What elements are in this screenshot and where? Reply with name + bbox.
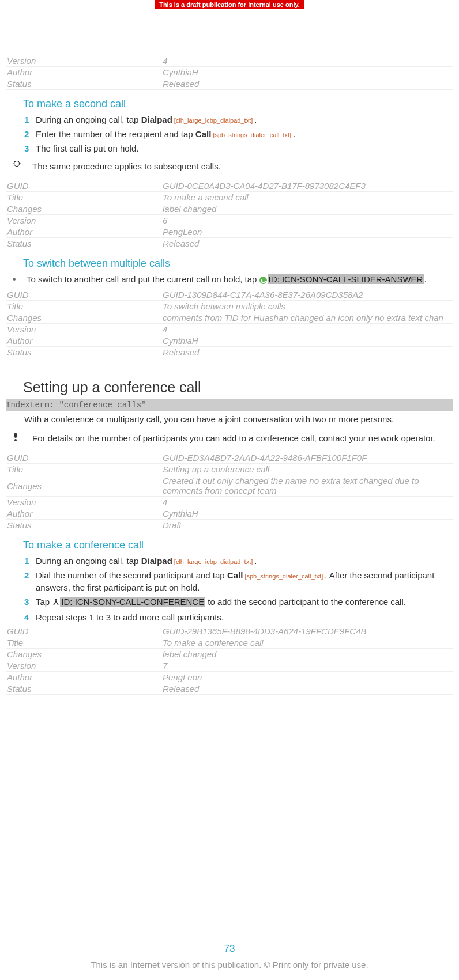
meta-value: label changed — [161, 648, 453, 660]
text: to add the second participant to the con… — [205, 597, 406, 607]
body-text: With a conference or multiparty call, yo… — [24, 413, 453, 425]
step-number: 2 — [24, 128, 36, 140]
table-row: AuthorCynthiaH — [6, 335, 453, 347]
indexterm: Indexterm: "conference calls" — [6, 399, 453, 411]
steps-second-call: 1 During an ongoing call, tap Dialpad [c… — [24, 113, 453, 154]
meta-value: comments from TID for Huashan changed an… — [161, 312, 453, 324]
step-text: The first call is put on hold. — [36, 142, 453, 154]
meta-value: 4 — [161, 55, 453, 67]
meta-value: Setting up a conference call — [161, 464, 453, 475]
meta-table-4: GUIDGUID-ED3A4BD7-2AAD-4A22-9486-AFBF100… — [6, 452, 453, 531]
list-item: 1 During an ongoing call, tap Dialpad [c… — [24, 113, 453, 126]
text: . — [424, 274, 426, 284]
meta-label: Changes — [6, 648, 161, 660]
step-text: Dial the number of the second participan… — [36, 569, 453, 593]
list-item: 2 Dial the number of the second particip… — [24, 569, 453, 593]
bold-text: Call — [195, 129, 212, 139]
exclamation-icon — [13, 432, 30, 444]
list-item: 1 During an ongoing call, tap Dialpad [c… — [24, 555, 453, 567]
draft-banner: This is a draft publication for internal… — [155, 0, 304, 9]
bullet-text: To switch to another call and put the cu… — [27, 273, 453, 286]
resource-id: [clh_large_icbp_dialpad_txt] — [172, 117, 254, 124]
table-row: StatusReleased — [6, 683, 453, 694]
table-row: AuthorCynthiaH — [6, 67, 453, 78]
step-text: During an ongoing call, tap Dialpad [clh… — [36, 555, 453, 567]
step-text: During an ongoing call, tap Dialpad [clh… — [36, 113, 453, 126]
note-row: For details on the number of participant… — [13, 432, 453, 444]
tip-text: The same procedure applies to subsequent… — [30, 160, 453, 172]
section-title-second-call: To make a second call — [23, 98, 453, 110]
meta-label: Author — [6, 671, 161, 683]
table-row: Version4 — [6, 497, 453, 508]
table-row: StatusReleased — [6, 238, 453, 249]
table-row: Version4 — [6, 324, 453, 335]
table-row: AuthorPengLeon — [6, 671, 453, 683]
table-row: TitleTo make a conference call — [6, 637, 453, 648]
meta-label: Status — [6, 520, 161, 531]
resource-id: [spb_strings_dialer_call_txt] — [211, 131, 293, 138]
meta-label: Version — [6, 324, 161, 335]
table-row: GUIDGUID-0CE0A4D3-CA04-4D27-B17F-8973082… — [6, 180, 453, 192]
step-number: 3 — [24, 596, 36, 609]
meta-label: Author — [6, 508, 161, 520]
meta-label: Title — [6, 464, 161, 475]
svg-line-2 — [14, 161, 15, 162]
tip-row: The same procedure applies to subsequent… — [13, 160, 453, 172]
table-row: Changescomments from TID for Huashan cha… — [6, 312, 453, 324]
svg-line-3 — [18, 161, 20, 162]
meta-value: To make a second call — [161, 192, 453, 203]
meta-label: Status — [6, 683, 161, 694]
svg-point-7 — [14, 439, 17, 441]
table-row: GUIDGUID-29B1365F-B898-4DD3-A624-19FFCDE… — [6, 626, 453, 637]
table-row: Version7 — [6, 660, 453, 671]
meta-value: CynthiaH — [161, 335, 453, 347]
step-text: Repeat steps 1 to 3 to add more call par… — [36, 611, 453, 623]
svg-rect-6 — [14, 433, 17, 438]
table-row: GUIDGUID-1309D844-C17A-4A36-8E37-26A09CD… — [6, 289, 453, 301]
meta-label: Version — [6, 497, 161, 508]
bold-text: Dialpad — [141, 115, 172, 124]
table-row: Changeslabel changed — [6, 203, 453, 215]
note-text: For details on the number of participant… — [30, 432, 453, 444]
meta-value: GUID-0CE0A4D3-CA04-4D27-B17F-8973082C4EF… — [161, 180, 453, 192]
meta-label: Version — [6, 660, 161, 671]
list-item: 3 Tap ID: ICN-SONY-CALL-CONFERENCE to ad… — [24, 596, 453, 609]
meta-label: GUID — [6, 452, 161, 464]
text: During an ongoing call, tap — [36, 556, 141, 566]
text: . — [254, 556, 257, 566]
table-row: Changeslabel changed — [6, 648, 453, 660]
meta-value: Draft — [161, 520, 453, 531]
meta-value: GUID-1309D844-C17A-4A36-8E37-26A09CD358A… — [161, 289, 453, 301]
table-row: AuthorCynthiaH — [6, 508, 453, 520]
meta-label: Version — [6, 55, 161, 67]
merge-icon — [52, 597, 60, 609]
text: Enter the number of the recipient and ta… — [36, 129, 195, 139]
bold-text: Call — [227, 570, 243, 580]
meta-label: Version — [6, 215, 161, 226]
table-row: TitleSetting up a conference call — [6, 464, 453, 475]
table-row: TitleTo make a second call — [6, 192, 453, 203]
table-row: Version6 — [6, 215, 453, 226]
meta-value: label changed — [161, 203, 453, 215]
text: Tap — [36, 597, 52, 607]
table-row: StatusReleased — [6, 347, 453, 358]
meta-value: Created it out only changed the name no … — [161, 475, 453, 497]
meta-value: PengLeon — [161, 671, 453, 683]
meta-value: GUID-29B1365F-B898-4DD3-A624-19FFCDE9FC4… — [161, 626, 453, 637]
text: Dial the number of the second participan… — [36, 570, 227, 580]
section-title-switch: To switch between multiple calls — [23, 258, 453, 270]
step-number: 3 — [24, 142, 36, 154]
page-number: 73 — [0, 943, 459, 955]
table-row: TitleTo switch between multiple calls — [6, 301, 453, 312]
resource-id: [clh_large_icbp_dialpad_txt] — [172, 558, 254, 565]
meta-label: Title — [6, 637, 161, 648]
meta-value: Released — [161, 683, 453, 694]
section-title-conference: Setting up a conference call — [23, 379, 453, 396]
step-text: Tap ID: ICN-SONY-CALL-CONFERENCE to add … — [36, 596, 453, 609]
section-title-make-conference: To make a conference call — [23, 539, 453, 551]
text: To switch to another call and put the cu… — [27, 274, 259, 284]
step-number: 2 — [24, 569, 36, 593]
bold-text: Dialpad — [141, 556, 172, 566]
meta-label: GUID — [6, 626, 161, 637]
icon-id: ID: ICN-SONY-CALL-CONFERENCE — [60, 597, 205, 607]
